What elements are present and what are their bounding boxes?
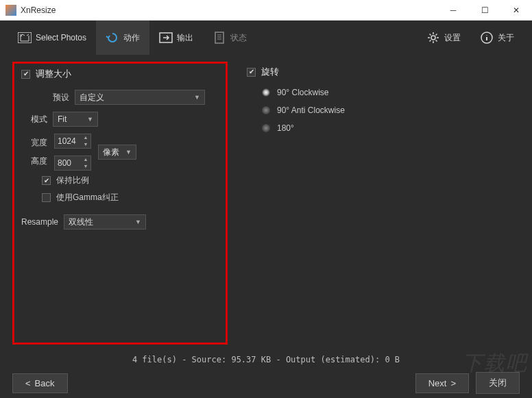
chevron-down-icon: ▼ bbox=[135, 219, 141, 225]
radio-icon bbox=[262, 88, 270, 97]
spin-down-icon[interactable]: ▼ bbox=[81, 141, 90, 148]
tab-label: 设置 bbox=[444, 32, 461, 44]
chevron-down-icon: ▼ bbox=[194, 94, 200, 101]
rotate-panel: 旋转 90° Clockwise 90° Anti Clockwise 180° bbox=[247, 62, 520, 345]
tab-label: 输出 bbox=[177, 32, 193, 44]
gamma-label: 使用Gamma纠正 bbox=[56, 192, 119, 203]
keep-ratio-checkbox[interactable] bbox=[42, 176, 51, 185]
status-bar: 4 file(s) - Source: 95.37 KB - Output (e… bbox=[0, 351, 532, 368]
preset-label: 预设 bbox=[49, 92, 69, 103]
chevron-right-icon: > bbox=[450, 378, 456, 388]
status-icon bbox=[213, 31, 226, 45]
tab-status[interactable]: 状态 bbox=[203, 21, 256, 55]
tabbar: Select Photos 动作 输出 状态 设置 bbox=[0, 21, 532, 55]
rotate-option-180[interactable]: 180° bbox=[262, 123, 520, 133]
spin-down-icon[interactable]: ▼ bbox=[81, 163, 90, 170]
gamma-checkbox[interactable] bbox=[42, 193, 51, 202]
height-spinner[interactable]: ▲▼ bbox=[54, 156, 91, 171]
svg-point-3 bbox=[431, 36, 435, 40]
chevron-down-icon: ▼ bbox=[87, 116, 93, 123]
height-input[interactable] bbox=[55, 158, 81, 168]
width-input[interactable] bbox=[55, 136, 81, 146]
maximize-button[interactable]: ☐ bbox=[469, 0, 500, 21]
svg-rect-0 bbox=[18, 32, 32, 43]
keep-ratio-label: 保持比例 bbox=[56, 175, 89, 186]
preset-select[interactable]: 自定义 ▼ bbox=[75, 90, 205, 105]
chevron-down-icon: ▼ bbox=[125, 149, 132, 156]
width-label: 宽度 bbox=[27, 137, 47, 149]
tab-label: Select Photos bbox=[36, 33, 86, 42]
unit-select[interactable]: 像素 ▼ bbox=[98, 145, 136, 160]
close-button[interactable]: 关闭 bbox=[476, 372, 520, 394]
tab-label: 关于 bbox=[498, 32, 514, 44]
mode-select[interactable]: Fit ▼ bbox=[53, 112, 98, 127]
minimize-button[interactable]: ─ bbox=[437, 0, 469, 21]
tab-action[interactable]: 动作 bbox=[96, 21, 149, 55]
next-button[interactable]: Next > bbox=[415, 373, 469, 393]
rotate-checkbox[interactable] bbox=[247, 68, 256, 77]
resize-panel: 调整大小 预设 自定义 ▼ 模式 Fit ▼ 宽度 高度 bbox=[12, 62, 228, 345]
resample-select[interactable]: 双线性 ▼ bbox=[64, 214, 146, 229]
action-icon bbox=[106, 31, 119, 45]
tab-output[interactable]: 输出 bbox=[149, 21, 203, 55]
svg-rect-2 bbox=[215, 32, 223, 43]
radio-icon bbox=[262, 124, 270, 132]
spin-up-icon[interactable]: ▲ bbox=[81, 156, 90, 163]
resample-label: Resample bbox=[21, 217, 58, 227]
mode-label: 模式 bbox=[27, 114, 47, 125]
chevron-left-icon: < bbox=[25, 378, 31, 388]
radio-icon bbox=[262, 106, 270, 114]
output-icon bbox=[159, 31, 173, 45]
close-window-button[interactable]: ✕ bbox=[500, 0, 532, 21]
info-icon bbox=[480, 31, 494, 45]
gear-icon bbox=[426, 31, 440, 45]
rotate-option-90acw[interactable]: 90° Anti Clockwise bbox=[262, 105, 520, 115]
resize-checkbox[interactable] bbox=[21, 70, 30, 79]
rotate-title: 旋转 bbox=[261, 66, 279, 78]
tab-select-photos[interactable]: Select Photos bbox=[8, 21, 96, 55]
width-spinner[interactable]: ▲▼ bbox=[54, 134, 91, 149]
rotate-option-90cw[interactable]: 90° Clockwise bbox=[262, 88, 520, 97]
tab-label: 动作 bbox=[123, 32, 140, 44]
window-title: XnResize bbox=[21, 5, 437, 15]
resize-title: 调整大小 bbox=[36, 68, 71, 80]
height-label: 高度 bbox=[27, 156, 47, 167]
app-icon bbox=[5, 5, 16, 16]
back-button[interactable]: < Back bbox=[12, 373, 68, 393]
tab-label: 状态 bbox=[230, 32, 247, 44]
tab-settings[interactable]: 设置 bbox=[417, 21, 470, 55]
spin-up-icon[interactable]: ▲ bbox=[81, 134, 90, 141]
photos-icon bbox=[18, 31, 32, 45]
tab-about[interactable]: 关于 bbox=[470, 21, 524, 55]
